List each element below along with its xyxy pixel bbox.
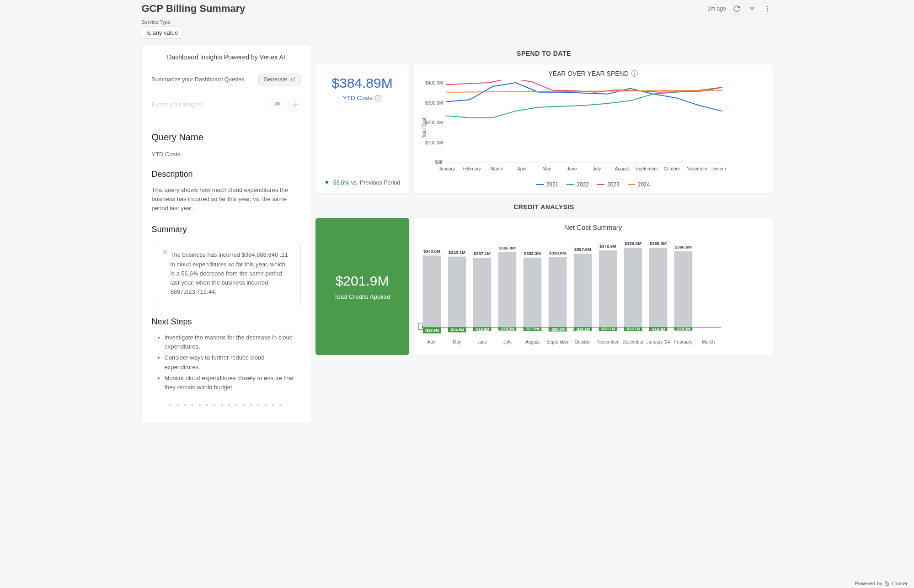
svg-text:$400.0M: $400.0M <box>425 80 443 85</box>
credit-section-title: CREDIT ANALYSIS <box>315 203 773 211</box>
down-arrow-icon: ▼ <box>324 180 330 186</box>
yoy-legend: 2021202220232024 <box>419 181 767 188</box>
svg-text:$300.0M: $300.0M <box>425 101 443 106</box>
svg-rect-54 <box>523 258 541 327</box>
export-label: Export your Insights <box>152 101 202 108</box>
svg-text:June: June <box>567 166 577 171</box>
svg-text:November: November <box>686 166 708 171</box>
svg-text:$338.3M: $338.3M <box>524 251 541 256</box>
svg-rect-79 <box>649 248 667 327</box>
spend-section-title: SPEND TO DATE <box>315 50 773 57</box>
insights-panel: Dashboard Insights Powered by Vertex AI … <box>142 45 311 423</box>
net-cost-bar-chart: $0.00$348.6M-$29.9MApril$343.1M-$24.8MMa… <box>414 234 725 348</box>
svg-text:March: March <box>702 339 715 344</box>
svg-rect-69 <box>599 250 617 327</box>
svg-text:February: February <box>462 166 481 171</box>
svg-text:$337.1M: $337.1M <box>474 251 491 256</box>
ytd-value: $384.89M <box>331 75 392 91</box>
net-cost-card: Net Cost Summary $0.00$348.6M-$29.9MApri… <box>414 218 773 355</box>
svg-text:Total Cost: Total Cost <box>422 118 427 138</box>
svg-text:April: April <box>517 166 526 171</box>
svg-text:$100.0M: $100.0M <box>425 140 443 145</box>
svg-text:December: December <box>711 166 725 171</box>
generate-button-label: Generate <box>263 76 287 83</box>
svg-rect-74 <box>624 248 642 327</box>
summary-text: The business has incurred $384,888,840 .… <box>171 250 290 297</box>
svg-text:-$24.8M: -$24.8M <box>449 328 464 332</box>
svg-rect-7 <box>294 103 295 104</box>
summarize-label: Summarize your Dashboard Queries <box>152 76 245 83</box>
svg-point-91 <box>886 583 889 586</box>
svg-text:January: January <box>438 166 455 171</box>
kebab-icon[interactable] <box>763 4 773 14</box>
filter-service-type[interactable]: is any value <box>142 26 183 39</box>
svg-rect-11 <box>163 250 166 253</box>
filter-value: is any value <box>147 29 178 36</box>
yoy-title: YEAR OVER YEAR SPEND <box>548 70 629 77</box>
svg-text:August: August <box>615 166 629 171</box>
svg-text:July: July <box>593 166 601 171</box>
svg-text:$386.3M: $386.3M <box>625 241 641 246</box>
svg-rect-9 <box>294 106 295 107</box>
svg-text:-$19.1M: -$19.1M <box>575 327 589 332</box>
ytd-caption: YTD Costs <box>343 95 373 101</box>
svg-rect-8 <box>295 104 296 105</box>
svg-rect-6 <box>292 104 293 105</box>
svg-text:October: October <box>663 166 680 171</box>
refresh-timestamp: 1m ago <box>707 5 726 12</box>
svg-text:September: September <box>636 166 658 171</box>
yoy-chart-card: YEAR OVER YEAR SPEND i $0K$100.0M$200.0M… <box>414 64 773 193</box>
description-heading: Description <box>152 170 301 179</box>
ytd-kpi-card: $384.89M YTD Costs i ▼ -56.6% vs. Previo… <box>315 64 409 193</box>
svg-text:$368.6M: $368.6M <box>675 244 692 249</box>
page-title: GCP Billing Summary <box>142 3 246 15</box>
nextsteps-list: Investigate the reasons for the decrease… <box>165 333 301 392</box>
svg-text:-$16.3M: -$16.3M <box>676 327 690 331</box>
svg-text:August: August <box>525 339 539 344</box>
slack-export-icon[interactable] <box>288 98 301 111</box>
refresh-icon[interactable] <box>732 4 742 14</box>
credits-caption: Total Credits Applied <box>334 293 390 300</box>
svg-text:-$16.3M: -$16.3M <box>500 327 514 331</box>
svg-text:$386.3M: $386.3M <box>650 241 667 246</box>
list-item: Monitor cloud expenditures closely to en… <box>165 374 301 392</box>
info-icon[interactable]: i <box>631 70 638 77</box>
description-text: This query shows how much cloud expendit… <box>152 185 301 213</box>
svg-text:$357.6M: $357.6M <box>574 247 591 252</box>
list-item: Investigate the reasons for the decrease… <box>165 333 301 351</box>
legend-item[interactable]: 2024 <box>628 181 650 188</box>
svg-text:$343.1M: $343.1M <box>449 250 465 255</box>
svg-point-5 <box>767 11 768 11</box>
insights-title: Dashboard Insights Powered by Vertex AI <box>152 53 301 61</box>
svg-text:July: July <box>503 339 511 344</box>
svg-text:-$18.1M: -$18.1M <box>625 327 640 331</box>
svg-point-4 <box>767 8 768 9</box>
nextsteps-heading: Next Steps <box>152 317 301 327</box>
external-icon <box>290 77 296 82</box>
svg-rect-39 <box>448 257 466 328</box>
pagination-dots[interactable]: • • • • • • • • • • • • • • • • <box>152 401 301 409</box>
svg-rect-10 <box>164 251 167 254</box>
svg-rect-44 <box>473 258 491 327</box>
svg-text:November: November <box>597 339 619 344</box>
ytd-delta-pct: -56.6% <box>331 180 350 186</box>
info-icon[interactable]: i <box>375 95 381 101</box>
svg-rect-34 <box>422 255 441 327</box>
copy-icon[interactable] <box>162 249 168 257</box>
yoy-line-chart: $0K$100.0M$200.0M$300.0M$400.0MJanuaryFe… <box>419 80 726 176</box>
generate-button[interactable]: Generate <box>258 74 300 85</box>
filter-label: Service Type <box>142 19 773 25</box>
svg-text:-$29.9M: -$29.9M <box>424 328 438 333</box>
chat-export-icon[interactable] <box>271 98 284 111</box>
ytd-delta-label: vs. Previous Period <box>351 180 401 186</box>
filter-icon[interactable] <box>747 4 757 14</box>
legend-item[interactable]: 2022 <box>567 181 589 188</box>
legend-item[interactable]: 2023 <box>597 181 620 188</box>
svg-text:$0K: $0K <box>435 160 443 165</box>
svg-text:-$20.6M: -$20.6M <box>550 327 564 332</box>
svg-text:January '24: January '24 <box>646 339 670 344</box>
svg-text:December: December <box>622 339 644 344</box>
legend-item[interactable]: 2021 <box>536 181 559 188</box>
svg-text:$200.0M: $200.0M <box>425 120 443 125</box>
svg-text:-$19.4M: -$19.4M <box>651 327 665 332</box>
